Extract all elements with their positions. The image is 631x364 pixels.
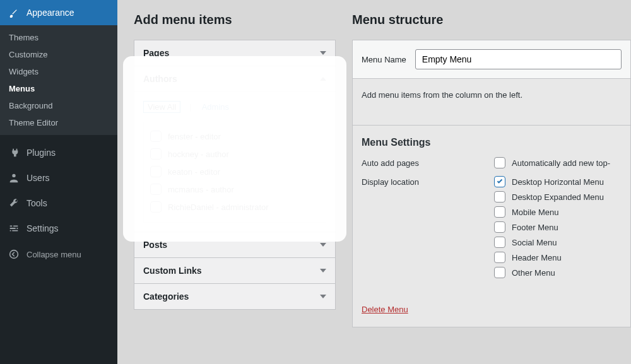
chevron-up-icon <box>320 77 326 81</box>
sidebar-sub-menus[interactable]: Menus <box>0 80 117 97</box>
users-icon <box>8 172 20 184</box>
checkbox-location[interactable] <box>494 221 505 233</box>
sidebar-settings-label: Settings <box>27 223 59 233</box>
checkbox[interactable] <box>150 201 162 213</box>
svg-point-0 <box>10 250 18 259</box>
sidebar-sub-background[interactable]: Background <box>0 97 117 114</box>
checkbox[interactable] <box>150 184 162 195</box>
tab-separator: | <box>189 102 191 112</box>
collapse-icon <box>8 248 20 261</box>
accordion-custom-links[interactable]: Custom Links <box>134 258 335 283</box>
checkbox[interactable] <box>150 148 162 160</box>
sidebar-appearance-submenu: Themes Customize Widgets Menus Backgroun… <box>0 25 117 135</box>
sidebar-users-label: Users <box>27 173 50 183</box>
accordion-categories[interactable]: Categories <box>134 284 335 309</box>
authors-list: fenster - editor hockney - author keaton… <box>143 122 326 223</box>
location-label: Mobile Menu <box>512 208 558 217</box>
sidebar-item-plugins[interactable]: Plugins <box>0 140 117 165</box>
sidebar-sub-widgets[interactable]: Widgets <box>0 63 117 80</box>
tab-view-all[interactable]: View All <box>143 101 180 113</box>
menu-name-row: Menu Name <box>353 40 630 79</box>
chevron-down-icon <box>320 295 326 298</box>
author-item: fenster - editor <box>168 132 221 141</box>
menu-structure-column: Menu structure Menu Name Add menu items … <box>352 13 631 364</box>
add-items-heading: Add menu items <box>134 13 336 27</box>
wrench-icon <box>8 197 20 209</box>
delete-menu-row: Delete Menu <box>353 305 630 327</box>
checkbox-location[interactable] <box>494 191 505 203</box>
sidebar-tools-label: Tools <box>27 198 47 208</box>
menu-settings-heading: Menu Settings <box>362 137 622 148</box>
menu-item-accordion: Pages Authors View All | Admins <box>134 40 336 310</box>
menu-name-input[interactable] <box>415 49 622 69</box>
sidebar-plugins-label: Plugins <box>27 148 56 158</box>
author-item: RichieDaniel - administrator <box>168 203 269 212</box>
add-menu-items-column: Add menu items Pages Authors View All | <box>134 13 336 364</box>
content-area: Add menu items Pages Authors View All | <box>117 0 631 364</box>
menu-instruction: Add menu items from the column on the le… <box>353 79 630 126</box>
accordion-posts-label: Posts <box>143 240 167 250</box>
accordion-authors-label: Authors <box>143 74 177 84</box>
accordion-pages[interactable]: Pages <box>134 40 335 66</box>
menu-structure-box: Menu Name Add menu items from the column… <box>352 40 631 327</box>
sidebar-item-settings[interactable]: Settings <box>0 216 117 241</box>
location-label: Footer Menu <box>512 223 558 232</box>
checkbox-location[interactable] <box>494 206 505 218</box>
sidebar-appearance-label: Appearance <box>27 8 74 18</box>
checkbox-location[interactable] <box>494 176 505 187</box>
accordion-custom-links-label: Custom Links <box>143 266 202 276</box>
accordion-authors[interactable]: Authors <box>134 66 335 91</box>
plug-icon <box>8 146 20 159</box>
author-item: hockney - author <box>168 150 229 159</box>
sidebar-item-users[interactable]: Users <box>0 165 117 191</box>
sliders-icon <box>8 222 20 235</box>
menu-settings: Menu Settings Auto add pages Automatical… <box>353 126 630 305</box>
auto-add-label: Auto add pages <box>362 157 481 168</box>
chevron-down-icon <box>320 243 326 247</box>
display-location-label: Display location <box>362 176 481 278</box>
accordion-pages-label: Pages <box>143 48 169 58</box>
location-label: Desktop Horizontal Menu <box>512 177 604 187</box>
author-item: mcmanus - author <box>168 185 234 194</box>
checkbox-location[interactable] <box>494 237 505 248</box>
checkbox-location[interactable] <box>494 267 505 278</box>
checkbox[interactable] <box>150 131 162 142</box>
accordion-categories-label: Categories <box>143 291 189 302</box>
authors-tabs: View All | Admins <box>143 101 326 113</box>
auto-add-option: Automatically add new top- <box>512 158 610 168</box>
tab-admins[interactable]: Admins <box>201 101 230 113</box>
location-label: Social Menu <box>512 238 557 247</box>
sidebar-sub-theme-editor[interactable]: Theme Editor <box>0 114 117 131</box>
menu-structure-heading: Menu structure <box>352 13 631 27</box>
sidebar-sub-themes[interactable]: Themes <box>0 29 117 46</box>
chevron-down-icon <box>320 51 326 55</box>
brush-icon <box>8 6 20 19</box>
admin-sidebar: Appearance Themes Customize Widgets Menu… <box>0 0 117 364</box>
sidebar-collapse[interactable]: Collapse menu <box>0 244 117 265</box>
checkbox[interactable] <box>150 166 162 177</box>
location-label: Desktop Expanded Menu <box>512 192 604 202</box>
chevron-down-icon <box>320 269 326 273</box>
sidebar-item-appearance[interactable]: Appearance <box>0 0 117 25</box>
display-locations-list: Desktop Horizontal Menu Desktop Expanded… <box>494 176 604 278</box>
checkbox-auto-add[interactable] <box>494 157 505 168</box>
accordion-posts[interactable]: Posts <box>134 232 335 257</box>
sidebar-collapse-label: Collapse menu <box>27 250 81 259</box>
delete-menu-link[interactable]: Delete Menu <box>362 305 408 314</box>
authors-panel: View All | Admins fenster - editor hockn… <box>134 91 335 232</box>
location-label: Other Menu <box>512 268 555 278</box>
sidebar-sub-customize[interactable]: Customize <box>0 46 117 63</box>
author-item: keaton - editor <box>168 167 220 177</box>
location-label: Header Menu <box>512 253 562 262</box>
menu-name-label: Menu Name <box>362 55 406 64</box>
sidebar-item-tools[interactable]: Tools <box>0 191 117 216</box>
checkbox-location[interactable] <box>494 252 505 263</box>
